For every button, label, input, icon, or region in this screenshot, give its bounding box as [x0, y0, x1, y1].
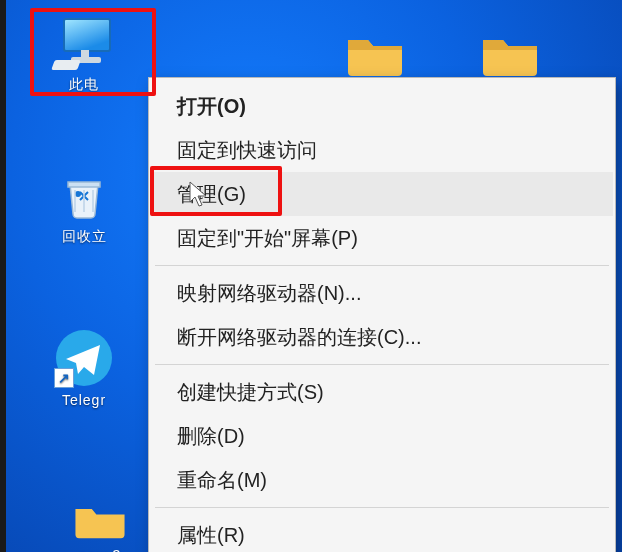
shortcut-arrow-icon: ↗ — [54, 368, 74, 388]
trash-icon — [58, 170, 110, 222]
menu-pin-start[interactable]: 固定到"开始"屏幕(P) — [151, 216, 613, 260]
menu-map-drive[interactable]: 映射网络驱动器(N)... — [151, 271, 613, 315]
menu-manage[interactable]: 管理(G) — [151, 172, 613, 216]
folder-icon[interactable] — [340, 28, 410, 84]
recycle-bin-label: 回收立 — [34, 228, 134, 246]
folder-icon[interactable] — [475, 28, 545, 84]
menu-separator — [155, 507, 609, 508]
svg-point-0 — [75, 191, 81, 197]
menu-properties[interactable]: 属性(R) — [151, 513, 613, 552]
this-pc-label: 此电 — [34, 76, 134, 94]
menu-delete[interactable]: 删除(D) — [151, 414, 613, 458]
monitor-bezel — [0, 0, 6, 552]
menu-pin-quick-access[interactable]: 固定到快速访问 — [151, 128, 613, 172]
new3-label: new 3 — [40, 547, 160, 552]
telegram-app-icon: ↗ — [56, 330, 112, 386]
menu-disconnect-drive[interactable]: 断开网络驱动器的连接(C)... — [151, 315, 613, 359]
menu-separator — [155, 364, 609, 365]
this-pc-icon[interactable]: 此电 — [34, 16, 134, 94]
desktop-background: 此电 回收立 ↗ Telegr new 3 第二页 打开(O) 固 — [0, 0, 622, 552]
telegram-label: Telegr — [34, 392, 134, 408]
context-menu: 打开(O) 固定到快速访问 管理(G) 固定到"开始"屏幕(P) 映射网络驱动器… — [148, 77, 616, 552]
menu-create-shortcut[interactable]: 创建快捷方式(S) — [151, 370, 613, 414]
new3-folder-icon[interactable]: new 3 — [40, 500, 160, 552]
telegram-icon[interactable]: ↗ Telegr — [34, 330, 134, 408]
menu-separator — [155, 265, 609, 266]
menu-rename[interactable]: 重命名(M) — [151, 458, 613, 502]
recycle-bin-icon[interactable]: 回收立 — [34, 170, 134, 246]
menu-open[interactable]: 打开(O) — [151, 84, 613, 128]
computer-icon — [49, 16, 119, 70]
